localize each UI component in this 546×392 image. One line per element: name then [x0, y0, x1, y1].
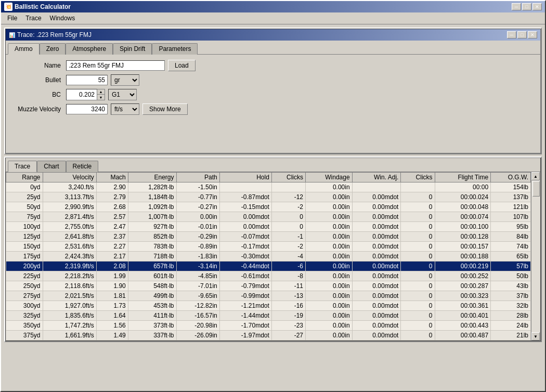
table-cell: 601ft·lb: [128, 271, 176, 281]
table-cell: -2: [271, 202, 305, 212]
trace-maximize-button[interactable]: □: [517, 31, 527, 38]
table-cell: -0.07mdot: [219, 232, 271, 242]
table-cell: 25yd: [6, 192, 43, 202]
table-scroll-area[interactable]: Range Velocity Mach Energy Path Hold Cli…: [6, 172, 531, 341]
table-row[interactable]: 100yd2,755.0ft/s2.47927ft·lb-0.01in0.00m…: [6, 222, 531, 232]
table-row[interactable]: 125yd2,641.8ft/s2.37852ft·lb-0.29in-0.07…: [6, 232, 531, 242]
bc-spin-down[interactable]: ▼: [97, 95, 105, 100]
table-row[interactable]: 225yd2,218.2ft/s1.99601ft·lb-4.85in-0.61…: [6, 271, 531, 281]
maximize-button[interactable]: □: [522, 3, 531, 10]
bc-model-select[interactable]: G1 G7: [108, 89, 137, 100]
close-button[interactable]: ✕: [532, 3, 542, 10]
table-cell: 00:00.287: [435, 281, 491, 291]
table-cell: 37lb: [491, 291, 531, 301]
tab-reticle[interactable]: Reticle: [66, 161, 99, 172]
table-cell: 1,661.9ft/s: [43, 331, 96, 341]
table-cell: -2: [271, 242, 305, 252]
table-cell: 2,755.0ft/s: [43, 222, 96, 232]
tab-atmosphere[interactable]: Atmosphere: [66, 43, 113, 55]
header-energy: Energy: [128, 173, 176, 182]
table-cell: 783ft·lb: [128, 242, 176, 252]
muzzle-velocity-input[interactable]: [66, 104, 108, 114]
table-cell: 0: [401, 252, 435, 262]
table-row[interactable]: 175yd2,424.3ft/s2.17718ft·lb-1.83in-0.30…: [6, 252, 531, 262]
table-cell: 0.00in: [306, 262, 353, 271]
table-cell: 0.00mdot: [219, 212, 271, 222]
table-cell: 300yd: [6, 301, 43, 311]
table-row[interactable]: 0yd3,240.ft/s2.901,282ft·lb-1.50in0.00in…: [6, 182, 531, 192]
table-cell: [401, 182, 435, 192]
table-cell: 1.81: [96, 291, 128, 301]
app-titlebar: 💥 Ballistic Calculator ─ □ ✕: [1, 1, 545, 12]
trace-close-button[interactable]: ✕: [528, 31, 537, 38]
table-cell: 75yd: [6, 212, 43, 222]
table-cell: 852ft·lb: [128, 232, 176, 242]
table-cell: 00:00.100: [435, 222, 491, 232]
bullet-unit-select[interactable]: gr g: [111, 74, 139, 86]
table-cell: 0.00mdot: [352, 321, 401, 331]
table-cell: 1,184ft·lb: [128, 192, 176, 202]
table-row[interactable]: 25yd3,113.7ft/s2.791,184ft·lb-0.77in-0.8…: [6, 192, 531, 202]
tab-spin-drift[interactable]: Spin Drift: [113, 43, 152, 55]
table-row[interactable]: 375yd1,661.9ft/s1.49337ft·lb-26.09in-1.9…: [6, 331, 531, 341]
table-cell: 21lb: [491, 331, 531, 341]
bullet-label: Bullet: [11, 76, 63, 84]
table-row[interactable]: 275yd2,021.5ft/s1.81499ft·lb-9.65in-0.99…: [6, 291, 531, 301]
table-cell: -4: [271, 252, 305, 262]
bullet-input[interactable]: [66, 75, 108, 85]
scroll-track[interactable]: [531, 180, 540, 332]
table-cell: -6: [271, 262, 305, 271]
table-cell: 154lb: [491, 182, 531, 192]
table-cell: 00:00.157: [435, 242, 491, 252]
menubar: File Trace Windows: [1, 12, 545, 24]
table-cell: -1.44mdot: [219, 311, 271, 321]
table-row[interactable]: 200yd2,319.9ft/s2.08657ft·lb-3.14in-0.44…: [6, 262, 531, 271]
name-input[interactable]: [66, 60, 165, 71]
table-row[interactable]: 300yd1,927.0ft/s1.73453ft·lb-12.82in-1.2…: [6, 301, 531, 311]
table-cell: 0.00in: [306, 242, 353, 252]
trace-minimize-button[interactable]: ─: [507, 31, 516, 38]
table-header-row: Range Velocity Mach Energy Path Hold Cli…: [6, 173, 531, 182]
table-cell: -7.01in: [176, 281, 219, 291]
bc-spin-up[interactable]: ▲: [97, 89, 105, 95]
menu-file[interactable]: File: [3, 14, 21, 23]
tab-chart[interactable]: Chart: [37, 161, 66, 172]
table-cell: 43lb: [491, 281, 531, 291]
velocity-unit-select[interactable]: ft/s m/s: [111, 103, 139, 115]
table-row[interactable]: 325yd1,835.6ft/s1.64411ft·lb-16.57in-1.4…: [6, 311, 531, 321]
table-cell: 1,007ft·lb: [128, 212, 176, 222]
bc-input[interactable]: [66, 89, 97, 100]
scroll-up-arrow[interactable]: ▲: [531, 172, 540, 180]
tab-parameters[interactable]: Parameters: [152, 43, 198, 55]
header-ogw: O.G.W.: [491, 173, 531, 182]
table-row[interactable]: 75yd2,871.4ft/s2.571,007ft·lb0.00in0.00m…: [6, 212, 531, 222]
scroll-down-arrow[interactable]: ▼: [531, 332, 540, 341]
table-cell: 0.00mdot: [352, 212, 401, 222]
tab-ammo[interactable]: Ammo: [8, 43, 40, 55]
table-cell: 0: [271, 222, 305, 232]
menu-windows[interactable]: Windows: [46, 14, 80, 23]
header-range: Range: [6, 173, 43, 182]
table-row[interactable]: 350yd1,747.2ft/s1.56373ft·lb-20.98in-1.7…: [6, 321, 531, 331]
table-cell: -1.83in: [176, 252, 219, 262]
show-more-button[interactable]: Show More: [142, 103, 188, 115]
table-cell: 1.64: [96, 311, 128, 321]
tab-trace[interactable]: Trace: [8, 161, 37, 172]
table-cell: 2.47: [96, 222, 128, 232]
bottom-section: Trace Chart Reticle Range Velocity Mach: [4, 156, 542, 342]
table-cell: 250yd: [6, 281, 43, 291]
table-row[interactable]: 150yd2,531.6ft/s2.27783ft·lb-0.89in-0.17…: [6, 242, 531, 252]
table-cell: 2,424.3ft/s: [43, 252, 96, 262]
load-button[interactable]: Load: [168, 60, 196, 71]
menu-trace[interactable]: Trace: [21, 14, 45, 23]
scroll-thumb[interactable]: [532, 181, 540, 197]
table-cell: -3.14in: [176, 262, 219, 271]
minimize-button[interactable]: ─: [512, 3, 521, 10]
table-cell: 95lb: [491, 222, 531, 232]
table-cell: 2,118.6ft/s: [43, 281, 96, 291]
table-cell: 275yd: [6, 291, 43, 301]
table-row[interactable]: 250yd2,118.6ft/s1.90548ft·lb-7.01in-0.79…: [6, 281, 531, 291]
tab-zero[interactable]: Zero: [40, 43, 66, 55]
table-row[interactable]: 50yd2,990.9ft/s2.681,092ft·lb-0.27in-0.1…: [6, 202, 531, 212]
table-cell: 3,240.ft/s: [43, 182, 96, 192]
